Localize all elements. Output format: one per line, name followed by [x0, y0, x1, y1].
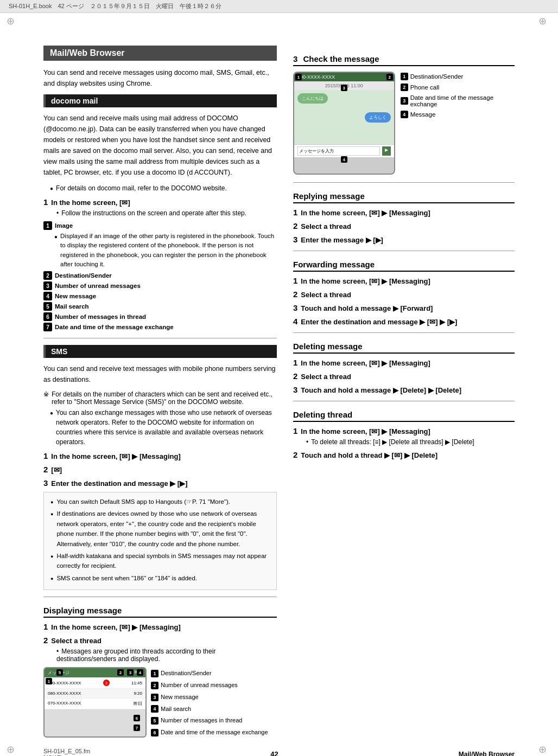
- label-7: 7 Date and time of the message exchange: [43, 323, 277, 331]
- sms-bb-4: SMS cannot be sent when "186" or "184" i…: [50, 573, 270, 583]
- sms-bullet-box: You can switch Default SMS app to Hangou…: [43, 492, 277, 590]
- cm-anno-2: 2 Phone call: [401, 84, 515, 91]
- page-title: Mail/Web Browser: [43, 46, 277, 61]
- del-step1: 1 In the home screen, [✉] ▶ [Messaging]: [293, 358, 515, 367]
- cm-input-field[interactable]: メッセージを入力: [297, 146, 380, 156]
- mockup-date-2: 9:20: [134, 691, 142, 696]
- overlay-badge-4: 4: [137, 669, 143, 676]
- reply-step3: 3 Enter the message ▶ [▶]: [293, 235, 515, 244]
- del-step2: 2 Select a thread: [293, 371, 515, 381]
- disp-anno-3: 3 New message: [151, 692, 268, 703]
- label-6: 6 Number of messages in thread: [43, 312, 277, 321]
- cm-overlay-badge-1: 1: [295, 74, 302, 80]
- fwd-step4: 4 Enter the destination and message ▶ [✉…: [293, 317, 515, 326]
- cm-anno-3: 3 Date and time of the message exchange: [401, 94, 515, 107]
- overlay-badge-1: 1: [46, 678, 52, 684]
- fwd-step2: 2 Select a thread: [293, 290, 515, 299]
- overlay-badge-7: 7: [134, 725, 140, 731]
- deleting-thread-title: Deleting thread: [293, 410, 515, 422]
- main-content: Mail/Web Browser You can send and receiv…: [0, 13, 558, 756]
- page-outer: SH-01H_E.book 42 ページ ２０１５年９月１５日 火曜日 午後１時…: [0, 0, 558, 756]
- sms-bb-3: Half-width katakana and special symbols …: [50, 551, 270, 571]
- docomo-mail-title: docomo mail: [43, 94, 277, 107]
- reply-step2: 2 Select a thread: [293, 221, 515, 230]
- docomo-mail-bullet1: For details on docomo mail, refer to the…: [50, 183, 277, 193]
- header-bar: SH-01H_E.book 42 ページ ２０１５年９月１５日 火曜日 午後１時…: [0, 0, 558, 13]
- disp-step2-sub: Messages are grouped into threads accord…: [56, 648, 277, 663]
- left-column: Mail/Web Browser You can send and receiv…: [43, 46, 277, 739]
- sms-bb-1: You can switch Default SMS app to Hangou…: [50, 497, 270, 507]
- label-4: 4 New message: [43, 292, 277, 300]
- right-column: 3 Check the message 090-XXXX-XXXX 📞 2015…: [293, 46, 515, 739]
- cm-header-left: 090-XXXX-XXXX: [297, 74, 335, 80]
- overlay-badge-5: 5: [56, 669, 63, 676]
- disp-anno-6: 6 Date and time of the message exchange: [151, 727, 268, 738]
- footer-file: SH-01H_E_05.fm [42/47]: [43, 748, 90, 756]
- intro-text: You can send and receive messages using …: [43, 67, 277, 89]
- unread-badge-1: 3: [103, 680, 110, 686]
- cm-anno-4: 4 Message: [401, 111, 515, 118]
- label-2: 2 Destination/Sender: [43, 271, 277, 280]
- divider-1: [43, 338, 277, 338]
- deleting-message-title: Deleting message: [293, 342, 515, 354]
- divider-2: [43, 597, 277, 597]
- check-message-mockup-area: 090-XXXX-XXXX 📞 2015/09/15 11:00 こんにちは よ…: [293, 72, 515, 175]
- check-message-mockup: 090-XXXX-XXXX 📞 2015/09/15 11:00 こんにちは よ…: [293, 72, 395, 175]
- corner-mark-tl: ⊕: [7, 15, 20, 28]
- check-num: 3: [293, 54, 297, 63]
- displaying-message-title: Displaying message: [43, 606, 277, 618]
- corner-mark-tr: ⊕: [538, 15, 551, 28]
- displaying-annotations: 1 Destination/Sender 2 Number of unread …: [151, 667, 268, 739]
- header-text: SH-01H_E.book 42 ページ ２０１５年９月１５日 火曜日 午後１時…: [9, 2, 221, 10]
- divider-right-4: [293, 401, 515, 401]
- sms-intro: You can send and receive text messages w…: [43, 363, 277, 385]
- sms-note-x: ※ For details on the number of character…: [43, 390, 277, 406]
- divider-right-2: [293, 251, 515, 251]
- divider-right-1: [293, 182, 515, 183]
- cm-overlay-badge-2: 2: [386, 74, 393, 80]
- disp-anno-1: 1 Destination/Sender: [151, 668, 268, 679]
- cm-send-btn[interactable]: ▶: [382, 146, 391, 156]
- mockup-date-3: 昨日: [134, 701, 142, 707]
- sms-step3: 3 Enter the destination and message ▶ [▶…: [43, 478, 277, 488]
- mockup-contact-2: 080-XXXX-XXXX: [48, 691, 81, 696]
- overlay-badge-6: 6: [134, 715, 140, 721]
- sms-step2: 2 [✉]: [43, 465, 277, 474]
- overlay-badge-3: 3: [127, 669, 134, 676]
- reply-step1: 1 In the home screen, [✉] ▶ [Messaging]: [293, 208, 515, 217]
- cm-bubble-sent: よろしく: [365, 112, 391, 123]
- sms-title: SMS: [43, 345, 277, 358]
- docomo-step1: 1 In the home screen, [✉]: [43, 197, 277, 207]
- delt-step2: 2 Touch and hold a thread ▶ [✉] ▶ [Delet…: [293, 450, 515, 459]
- label-3: 3 Number of unread messages: [43, 281, 277, 290]
- mockup-date-1: 11:45: [131, 681, 142, 685]
- docomo-labels: 1 Image Displayed if an image of the oth…: [43, 221, 277, 331]
- docomo-mail-intro: You can send and receive mails using mai…: [43, 113, 277, 178]
- label-5: 5 Mail search: [43, 302, 277, 311]
- sms-bb-2: If destinations are devices owned by tho…: [50, 509, 270, 549]
- divider-right-3: [293, 332, 515, 333]
- cm-overlay-badge-4: 4: [341, 156, 347, 163]
- delt-step1-sub: To delete all threads: [≡] ▶ [Delete all…: [306, 438, 515, 446]
- two-column-layout: Mail/Web Browser You can send and receiv…: [43, 46, 515, 739]
- cm-overlay-badge-3: 3: [341, 85, 347, 91]
- check-message-annotations: 1 Destination/Sender 2 Phone call 3 Date…: [401, 72, 515, 121]
- disp-anno-4: 4 Mail search: [151, 704, 268, 715]
- footer-left: SH-01H_E_05.fm [42/47]: [43, 748, 90, 756]
- cm-bubble-received: こんにちは: [297, 93, 328, 104]
- disp-step1: 1 In the home screen, [✉] ▶ [Messaging]: [43, 622, 277, 631]
- delt-step1: 1 In the home screen, [✉] ▶ [Messaging]: [293, 426, 515, 435]
- sms-step1: 1 In the home screen, [✉] ▶ [Messaging]: [43, 451, 277, 460]
- mockup-contact-3: 070-XXXX-XXXX: [48, 701, 81, 707]
- fwd-step1: 1 In the home screen, [✉] ▶ [Messaging]: [293, 276, 515, 285]
- footer-right: Mail/Web Browser: [459, 751, 515, 756]
- sms-bullet1: You can also exchange messages with thos…: [50, 408, 277, 447]
- del-step3: 3 Touch and hold a message ▶ [Delete] ▶ …: [293, 385, 515, 394]
- check-message-title: 3 Check the message: [293, 54, 515, 66]
- docomo-step1-sub: Follow the instructions on the screen an…: [56, 209, 277, 217]
- disp-anno-2: 2 Number of unread messages: [151, 680, 268, 691]
- mockup-contact-1: 090-XXXX-XXXX: [48, 681, 81, 685]
- displaying-mockup-area: メッセージ ✉ ≡ 090-XXXX-XXXX 3 11:45 080-XXXX…: [43, 667, 277, 739]
- footer-bar: SH-01H_E_05.fm [42/47] 42 Mail/Web Brows…: [0, 748, 558, 756]
- label-1-image: 1 Image: [43, 221, 277, 230]
